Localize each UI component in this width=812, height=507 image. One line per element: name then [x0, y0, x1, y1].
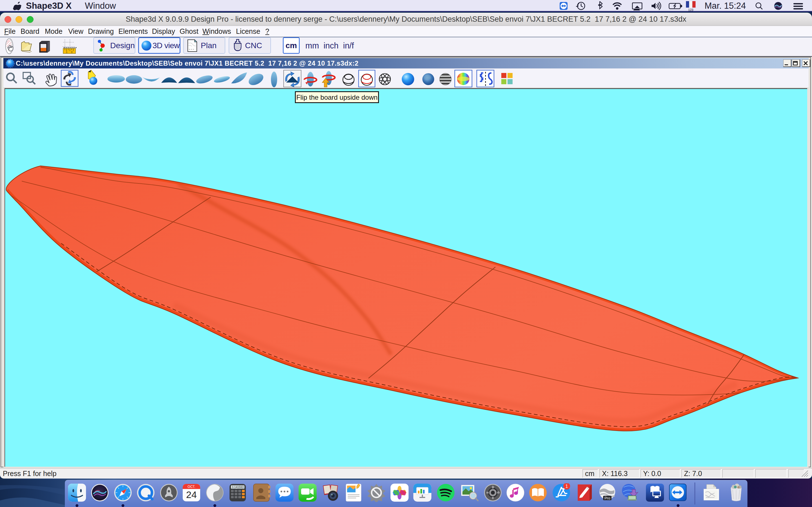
svg-text:123: 123: [688, 8, 693, 11]
svg-text:Pro: Pro: [605, 496, 610, 500]
svg-text:OCT.: OCT.: [188, 485, 195, 489]
svg-text:1: 1: [566, 484, 568, 489]
svg-text:24: 24: [186, 489, 197, 500]
svg-text:3.141593: 3.141593: [232, 486, 244, 489]
svg-text:1: 1: [66, 51, 67, 54]
svg-text:0: 0: [71, 51, 72, 54]
